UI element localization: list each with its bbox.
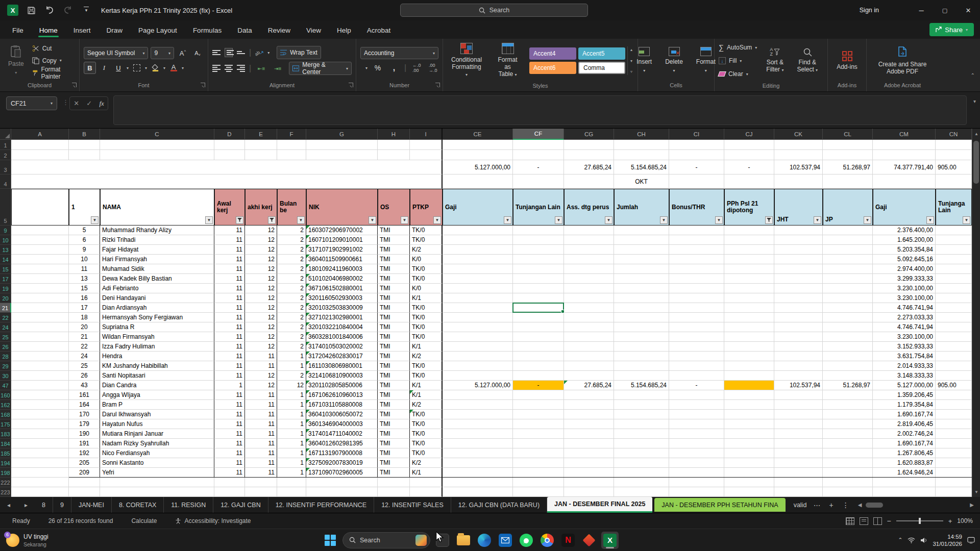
cell-CM14[interactable]: 5.092.645,16	[873, 255, 936, 264]
cell-A175[interactable]	[11, 419, 69, 429]
sheet-tab-jan-mei[interactable]: JAN-MEI	[71, 497, 112, 513]
row-header-160[interactable]: 160	[0, 390, 11, 400]
table-header-CJ[interactable]: PPh Psl 21 dipotong	[724, 189, 774, 226]
cell-nik-29[interactable]: 1611030806980001	[306, 361, 378, 371]
cell-CH162[interactable]	[614, 400, 669, 410]
cell-os-184[interactable]: TMI	[378, 439, 410, 448]
cell-CF3[interactable]: -	[513, 160, 564, 174]
cell-CN30[interactable]	[936, 371, 972, 381]
cell-CH17[interactable]	[614, 274, 669, 284]
row-header-184[interactable]: 184	[0, 439, 11, 448]
row-header-30[interactable]: 30	[0, 371, 11, 381]
decrease-indent-icon[interactable]: ⇤≡	[255, 62, 267, 74]
cell-CH185[interactable]	[614, 448, 669, 458]
cell-CK162[interactable]	[774, 400, 823, 410]
align-left-icon[interactable]	[212, 65, 220, 72]
filter-button[interactable]: ▼	[660, 216, 668, 224]
undo-icon[interactable]	[42, 3, 57, 17]
filter-button[interactable]	[236, 216, 243, 224]
formula-input[interactable]	[113, 95, 967, 125]
cell-CE10[interactable]	[443, 235, 513, 245]
cell-CK13[interactable]	[774, 245, 823, 255]
cell-CK22[interactable]	[774, 313, 823, 322]
row-header-175[interactable]: 175	[0, 419, 11, 429]
row-header-29[interactable]: 29	[0, 361, 11, 371]
cell-F1[interactable]	[277, 140, 306, 150]
filter-button[interactable]: ▼	[715, 216, 723, 224]
cell-ptkp-28[interactable]: K/2	[410, 352, 443, 361]
cell-CJ184[interactable]	[724, 439, 774, 448]
table-header-CM[interactable]: Gaji▼	[873, 189, 936, 226]
cell-CE28[interactable]	[443, 352, 513, 361]
cell-ptkp-20[interactable]: K/1	[410, 293, 443, 303]
cell-name-20[interactable]: Deni Handayani	[100, 293, 214, 303]
cell-CI17[interactable]	[669, 274, 724, 284]
cell-no-162[interactable]: 164	[69, 400, 100, 410]
cell-awal-168[interactable]: 11	[214, 410, 245, 419]
cell-name-47[interactable]: Dian Candra	[100, 381, 214, 390]
cell-os-9[interactable]: TMI	[378, 226, 410, 235]
cell-CK19[interactable]	[774, 284, 823, 293]
cell-CG24[interactable]	[564, 322, 614, 332]
column-header-C[interactable]: C	[100, 129, 214, 140]
cell-CK1[interactable]	[774, 140, 823, 150]
cell-CM160[interactable]: 1.359.206,45	[873, 390, 936, 400]
cell-ptkp-14[interactable]: K/0	[410, 255, 443, 264]
cell-CJ183[interactable]	[724, 429, 774, 439]
cell-no-194[interactable]: 205	[69, 458, 100, 468]
maximize-button[interactable]: ▢	[933, 0, 957, 20]
cell-CI47[interactable]: -	[669, 381, 724, 390]
table-header-G[interactable]: NIK▼	[306, 189, 378, 226]
cell-CI30[interactable]	[669, 371, 724, 381]
column-header-CK[interactable]: CK	[774, 129, 823, 140]
cell-CK25[interactable]	[774, 332, 823, 342]
cell-C2[interactable]	[100, 150, 214, 160]
share-button[interactable]: Share▾	[929, 23, 974, 36]
cell-awal-28[interactable]: 11	[214, 352, 245, 361]
cell-os-29[interactable]: TMI	[378, 361, 410, 371]
cell-CN222[interactable]	[936, 478, 972, 487]
cell-akhir-47[interactable]: 12	[245, 381, 277, 390]
cell-CN10[interactable]	[936, 235, 972, 245]
cell-CJ19[interactable]	[724, 284, 774, 293]
cell-A20[interactable]	[11, 293, 69, 303]
cell-no-24[interactable]: 20	[69, 322, 100, 332]
cell-H222[interactable]	[378, 478, 410, 487]
cell-style-accent6[interactable]: Accent6	[529, 62, 576, 74]
cell-CL184[interactable]	[823, 439, 873, 448]
cell-awal-198[interactable]: 11	[214, 468, 245, 478]
cell-CE25[interactable]	[443, 332, 513, 342]
sheet-nav-right-icon[interactable]: ▸	[17, 497, 35, 513]
cell-ptkp-185[interactable]: TK/0	[410, 448, 443, 458]
cell-nik-13[interactable]: 3171071902991002	[306, 245, 378, 255]
sheet-tab-valid[interactable]: valid	[787, 497, 810, 513]
cell-bulan-19[interactable]: 2	[277, 284, 306, 293]
table-header-CK[interactable]: JHT▼	[774, 189, 823, 226]
cell-CJ223[interactable]	[724, 487, 774, 497]
cell-CE29[interactable]	[443, 361, 513, 371]
cell-CI13[interactable]	[669, 245, 724, 255]
cell-CL24[interactable]	[823, 322, 873, 332]
menu-tab-help[interactable]: Help	[336, 22, 352, 37]
cell-os-25[interactable]: TMI	[378, 332, 410, 342]
cell-CL162[interactable]	[823, 400, 873, 410]
cell-A17[interactable]	[11, 274, 69, 284]
cell-CN162[interactable]	[936, 400, 972, 410]
cell-CN13[interactable]	[936, 245, 972, 255]
cell-CG184[interactable]	[564, 439, 614, 448]
cell-CM17[interactable]: 3.299.333,33	[873, 274, 936, 284]
cell-CJ222[interactable]	[724, 478, 774, 487]
cell-CG13[interactable]	[564, 245, 614, 255]
cell-CE24[interactable]	[443, 322, 513, 332]
cell-ptkp-21[interactable]: TK/0	[410, 303, 443, 313]
select-all-corner[interactable]	[0, 129, 11, 140]
cell-no-17[interactable]: 13	[69, 274, 100, 284]
cell-akhir-26[interactable]: 12	[245, 342, 277, 352]
cell-G1[interactable]	[306, 140, 378, 150]
row-header-2[interactable]: 2	[0, 150, 11, 160]
table-header-H[interactable]: OS▼	[378, 189, 410, 226]
cell-CG3[interactable]: 27.685,24	[564, 160, 614, 174]
cell-D223[interactable]	[214, 487, 245, 497]
name-box[interactable]: CF21▾	[6, 96, 57, 110]
cell-A47[interactable]	[11, 381, 69, 390]
